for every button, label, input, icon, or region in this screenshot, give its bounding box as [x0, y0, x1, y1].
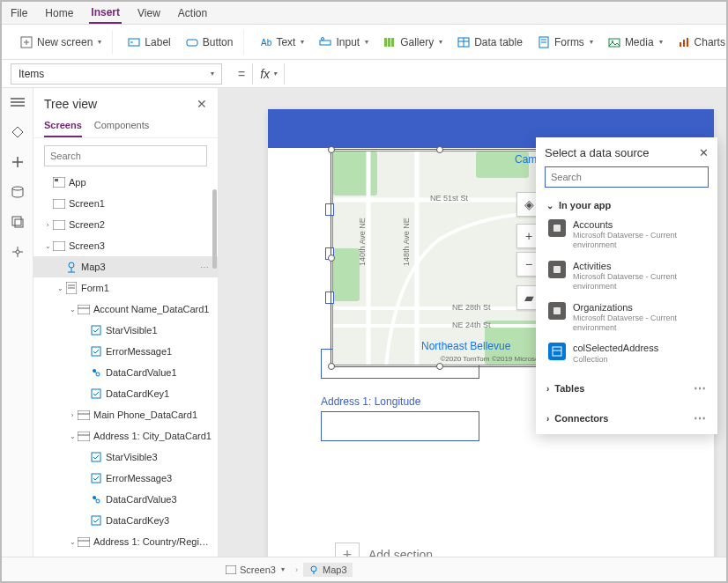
svg-rect-72	[553, 266, 561, 273]
breadcrumb-control[interactable]: Map3	[303, 563, 353, 577]
field-input-longitude[interactable]	[321, 411, 479, 441]
media-button[interactable]: Media ▾	[602, 32, 668, 53]
svg-rect-39	[53, 241, 65, 251]
tree-item[interactable]: Screen1	[33, 193, 218, 214]
menu-action[interactable]: Action	[176, 4, 209, 23]
tree-item[interactable]: ⌄Address 1: Country/Region_DataCard1	[33, 531, 218, 552]
formula-input[interactable]	[285, 63, 726, 85]
ctrl2-icon	[90, 366, 102, 379]
tree-item[interactable]: DataCardValue3	[33, 489, 218, 510]
label-button[interactable]: Label	[122, 32, 175, 53]
property-selector[interactable]: Items ▾	[11, 63, 222, 85]
menubar: File Home Insert View Action	[2, 2, 726, 25]
tree-item[interactable]: ⌄Account Name_DataCard1	[33, 299, 218, 320]
button-icon	[185, 35, 199, 49]
ctrl-icon	[90, 387, 102, 400]
tree-item[interactable]: ErrorMessage3	[33, 468, 218, 489]
tree-search-input[interactable]	[44, 145, 207, 166]
rail-media-icon[interactable]	[9, 213, 26, 231]
resize-handle[interactable]	[436, 363, 443, 370]
tree-expander-icon[interactable]: ⌄	[67, 432, 78, 440]
tree-item[interactable]: StarVisible3	[33, 446, 218, 468]
rail-add-icon[interactable]	[9, 153, 26, 171]
datasource-search-input[interactable]	[545, 166, 709, 188]
datasource-item[interactable]: AccountsMicrosoft Dataverse - Current en…	[545, 214, 709, 255]
tree-item[interactable]: App	[33, 172, 218, 193]
tree-expander-icon[interactable]: ⌄	[67, 306, 78, 314]
tree-item[interactable]: DataCardKey3	[33, 510, 218, 531]
svg-rect-7	[320, 41, 331, 45]
breadcrumb: Screen3 ▾ › Map3	[2, 557, 726, 581]
dataverse-icon	[548, 219, 566, 237]
rail-insert-icon[interactable]	[9, 123, 26, 141]
datasource-section-tables[interactable]: › Tables ⋯	[545, 378, 709, 399]
tree-item[interactable]: ErrorMessage1	[33, 341, 218, 362]
tree-item[interactable]: DataCardKey1	[33, 383, 218, 404]
svg-text:Ab: Ab	[261, 38, 271, 48]
tree-expander-icon[interactable]: ⌄	[67, 538, 78, 546]
menu-file[interactable]: File	[9, 4, 29, 23]
tree-item[interactable]: ⌄Form1	[33, 277, 218, 299]
ctrl-icon	[90, 324, 102, 336]
tree-item[interactable]: ⌄Screen3	[33, 235, 218, 256]
menu-view[interactable]: View	[136, 4, 162, 23]
gallery-button[interactable]: Gallery ▾	[377, 32, 448, 53]
rail-tools-icon[interactable]	[9, 243, 26, 261]
svg-point-8	[322, 37, 324, 40]
rail-tree-icon[interactable]	[9, 93, 26, 111]
tree-expander-icon[interactable]: ⌄	[42, 242, 53, 250]
tree-expander-icon[interactable]: ›	[67, 411, 78, 419]
text-button[interactable]: Ab Text ▾	[253, 32, 309, 53]
tree-item[interactable]: Map3⋯	[33, 256, 218, 277]
button-button[interactable]: Button	[180, 32, 239, 53]
chevron-down-icon: ⌄	[546, 201, 553, 210]
datatable-button[interactable]: Data table	[451, 32, 528, 53]
resize-handle[interactable]	[328, 363, 335, 370]
resize-handle[interactable]	[436, 146, 443, 153]
map-control[interactable]: NE 51st St 148th Ave NE 140th Ave NE NE …	[332, 151, 547, 365]
tree-item[interactable]: ›Screen2	[33, 214, 218, 235]
tree-item[interactable]: ⌄Address 1: City_DataCard1	[33, 425, 218, 446]
more-icon[interactable]: ⋯	[694, 411, 707, 425]
form-icon	[65, 282, 78, 294]
datasource-section-inapp[interactable]: ⌄ In your app	[545, 196, 709, 214]
tree-item[interactable]: ›Main Phone_DataCard1	[33, 404, 218, 425]
svg-rect-32	[12, 217, 21, 225]
tree-tab-components[interactable]: Components	[94, 114, 149, 137]
input-button[interactable]: Input ▾	[313, 32, 374, 53]
add-section-button[interactable]: + Add section	[335, 542, 433, 557]
card-icon	[78, 409, 90, 421]
resize-handle[interactable]	[328, 146, 335, 153]
charts-button[interactable]: Charts ▾	[672, 32, 728, 53]
menu-insert[interactable]: Insert	[89, 3, 122, 24]
canvas-area[interactable]: Address 1: Longitude dress	[219, 88, 726, 557]
fx-label[interactable]: fx▾	[253, 67, 284, 81]
more-icon[interactable]: ⋯	[694, 381, 707, 395]
menu-home[interactable]: Home	[43, 4, 75, 23]
svg-rect-37	[53, 199, 65, 209]
new-screen-button[interactable]: New screen ▾	[14, 32, 107, 53]
tree-item[interactable]: DataCardValue1	[33, 362, 218, 383]
resize-handle[interactable]	[328, 255, 335, 262]
tree-item[interactable]: StarVisible1	[33, 320, 218, 341]
datasource-item[interactable]: OrganizationsMicrosoft Dataverse - Curre…	[545, 297, 709, 338]
close-icon[interactable]: ✕	[699, 146, 709, 159]
more-icon[interactable]: ⋯	[197, 262, 212, 272]
datasource-item[interactable]: colSelectedAddressCollection	[545, 337, 709, 369]
breadcrumb-screen[interactable]: Screen3 ▾	[220, 563, 290, 577]
scrollbar-thumb[interactable]	[212, 189, 217, 269]
datasource-item[interactable]: ActivitiesMicrosoft Dataverse - Current …	[545, 255, 709, 297]
tree-item-label: Address 1: City_DataCard1	[93, 431, 212, 441]
tree-expander-icon[interactable]: ›	[42, 221, 53, 229]
datasource-section-connectors[interactable]: › Connectors ⋯	[545, 408, 709, 429]
tree-tab-screens[interactable]: Screens	[44, 114, 82, 137]
tree-item-label: DataCardValue1	[106, 367, 212, 378]
forms-button[interactable]: Forms ▾	[531, 32, 598, 53]
rail-data-icon[interactable]	[9, 183, 26, 201]
tree-close-icon[interactable]: ✕	[197, 97, 207, 111]
input-icon	[318, 35, 332, 49]
tree-item-label: DataCardKey1	[106, 388, 212, 399]
tree-expander-icon[interactable]: ⌄	[55, 284, 65, 292]
svg-rect-33	[15, 219, 23, 227]
tree-list[interactable]: AppScreen1›Screen2⌄Screen3Map3⋯⌄Form1⌄Ac…	[33, 172, 218, 557]
